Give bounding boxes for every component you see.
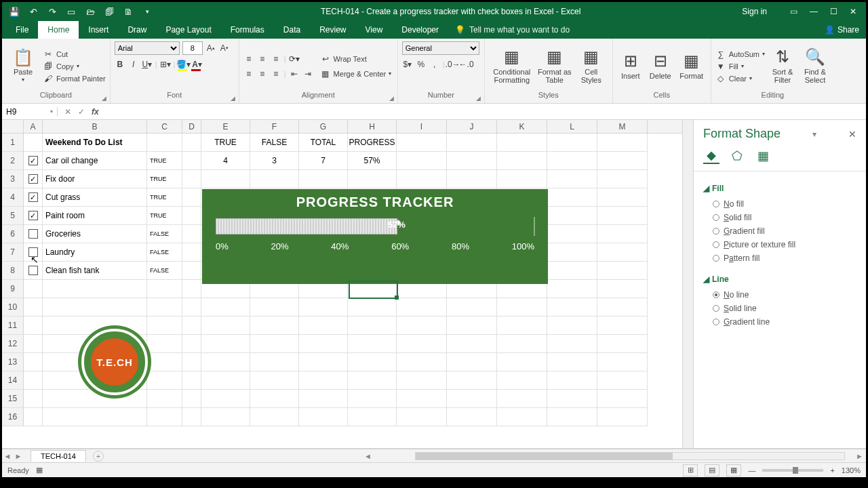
wrap-text-button[interactable]: ↩Wrap Text	[320, 54, 392, 64]
cell[interactable]	[348, 390, 397, 408]
cell[interactable]: TRUE	[147, 170, 182, 188]
tab-home[interactable]: Home	[38, 21, 79, 39]
cell[interactable]	[24, 371, 43, 390]
orientation-icon[interactable]: ⟳▾	[289, 54, 300, 64]
col-header[interactable]: G	[299, 120, 348, 133]
row-header[interactable]: 13	[2, 353, 24, 371]
zoom-level[interactable]: 130%	[842, 466, 861, 474]
line-section[interactable]: ◢Line	[703, 274, 856, 284]
col-header[interactable]: I	[397, 120, 447, 133]
cell[interactable]	[597, 152, 648, 170]
cell[interactable]	[397, 390, 447, 408]
row-header[interactable]: 11	[2, 317, 24, 335]
row-header[interactable]: 9	[2, 280, 24, 298]
merge-center-button[interactable]: ▦Merge & Center▾	[320, 68, 392, 79]
col-header[interactable]: B	[43, 120, 147, 133]
find-select-button[interactable]: 🔍Find & Select	[800, 48, 830, 84]
close-icon[interactable]: ✕	[850, 7, 856, 16]
cell[interactable]	[250, 390, 299, 408]
cell[interactable]	[397, 408, 447, 426]
cell[interactable]	[201, 353, 250, 371]
checkbox[interactable]: ✓	[28, 156, 38, 165]
cell[interactable]	[147, 408, 182, 426]
cell[interactable]	[201, 298, 250, 317]
fill-option[interactable]: Gradient fill	[703, 224, 856, 238]
cell[interactable]	[447, 170, 497, 188]
enter-formula-icon[interactable]: ✓	[78, 107, 85, 117]
cell[interactable]	[147, 317, 182, 335]
zoom-out-button[interactable]: —	[748, 466, 755, 474]
cell[interactable]: Paint room	[43, 207, 147, 225]
cell[interactable]: Cut grass	[43, 188, 147, 207]
name-box[interactable]: H9▾	[2, 107, 58, 117]
cell[interactable]	[597, 225, 648, 243]
borders-button[interactable]: ⊞▾	[160, 59, 171, 70]
cell[interactable]	[397, 134, 447, 152]
cell[interactable]	[547, 134, 597, 152]
cell[interactable]	[182, 207, 201, 225]
cell[interactable]	[547, 390, 597, 408]
cell[interactable]	[201, 390, 250, 408]
line-option[interactable]: Gradient line	[703, 315, 856, 329]
cell[interactable]: Clean fish tank	[43, 262, 147, 280]
cell[interactable]	[182, 353, 201, 371]
cell[interactable]	[447, 390, 497, 408]
cell[interactable]	[397, 152, 447, 170]
sheet-tab[interactable]: TECH-014	[31, 450, 86, 462]
page-layout-view-icon[interactable]: ▤	[705, 464, 719, 476]
cell[interactable]	[348, 170, 397, 188]
cell[interactable]	[547, 188, 597, 207]
cell[interactable]: ✓	[24, 207, 43, 225]
row-header[interactable]: 3	[2, 170, 24, 188]
underline-button[interactable]: U▾	[142, 59, 153, 70]
cell[interactable]	[24, 134, 43, 152]
progress-chart[interactable]: PROGRESS TRACKER 57% 0% 20% 40% 60% 80% …	[202, 189, 548, 284]
cell[interactable]	[201, 371, 250, 390]
cell[interactable]	[201, 317, 250, 335]
worksheet-grid[interactable]: A B C D E F G H I J K L M 1Weekend To Do…	[2, 120, 693, 448]
fill-option[interactable]: Solid fill	[703, 211, 856, 224]
cell[interactable]	[250, 317, 299, 335]
minimize-icon[interactable]: —	[810, 7, 818, 16]
maximize-icon[interactable]: ☐	[830, 7, 837, 16]
col-header[interactable]: K	[497, 120, 547, 133]
sign-in-link[interactable]: Sign in	[742, 7, 767, 16]
cell[interactable]	[597, 243, 648, 262]
cell[interactable]	[597, 353, 648, 371]
cell[interactable]	[497, 170, 547, 188]
cell[interactable]	[447, 152, 497, 170]
row-header[interactable]: 7	[2, 243, 24, 262]
cell[interactable]	[299, 317, 348, 335]
effects-tab-icon[interactable]: ⬠	[729, 148, 745, 164]
cell[interactable]	[348, 353, 397, 371]
redo-icon[interactable]: ↷	[47, 6, 58, 17]
delete-cells-button[interactable]: ⊟Delete	[647, 52, 674, 79]
cell[interactable]	[299, 408, 348, 426]
cell[interactable]	[547, 408, 597, 426]
cell[interactable]	[182, 408, 201, 426]
cell[interactable]	[547, 353, 597, 371]
cell[interactable]: FALSE	[147, 225, 182, 243]
tab-review[interactable]: Review	[310, 21, 355, 39]
cut-button[interactable]: ✂Cut	[43, 49, 106, 60]
cell[interactable]	[397, 371, 447, 390]
save-icon[interactable]: 💾	[9, 6, 20, 17]
cell[interactable]	[597, 317, 648, 335]
cell[interactable]	[147, 390, 182, 408]
cell[interactable]	[547, 152, 597, 170]
col-header[interactable]: M	[597, 120, 648, 133]
row-header[interactable]: 6	[2, 225, 24, 243]
cell[interactable]	[24, 280, 43, 298]
row-header[interactable]: 2	[2, 152, 24, 170]
cell[interactable]	[147, 298, 182, 317]
cell[interactable]	[182, 170, 201, 188]
align-center-icon[interactable]: ≡	[257, 68, 268, 79]
cell[interactable]: FALSE	[250, 134, 299, 152]
cell[interactable]	[201, 408, 250, 426]
zoom-in-button[interactable]: +	[830, 466, 834, 474]
cell[interactable]	[147, 280, 182, 298]
checkbox[interactable]: ✓	[28, 174, 38, 184]
cell[interactable]	[597, 390, 648, 408]
fill-option[interactable]: No fill	[703, 197, 856, 211]
cell[interactable]	[182, 390, 201, 408]
